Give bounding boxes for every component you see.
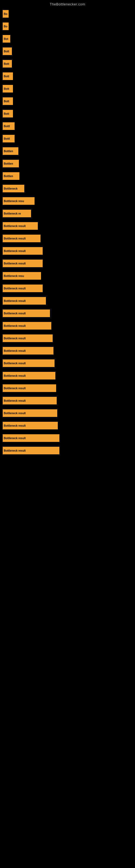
bottleneck-bar: Bottleneck result <box>3 409 57 417</box>
bottleneck-bar: Bott <box>3 110 13 118</box>
bottleneck-bar: Bottleneck resu <box>3 272 41 280</box>
bottleneck-bar: Bottleneck result <box>3 335 53 342</box>
bottleneck-bar: Bottleneck result <box>3 434 59 442</box>
bar-label: Bottleneck resu <box>4 199 24 203</box>
bottleneck-bar: Bottleneck <box>3 185 24 192</box>
bar-label: Bottleneck result <box>4 312 26 315</box>
bottleneck-bar: Bottleneck re <box>3 210 31 217</box>
bar-label: Bottleneck result <box>4 250 26 252</box>
bar-row: Bottleneck result <box>3 297 135 305</box>
bar-label: Bottleneck result <box>4 237 26 240</box>
bar-label: Bottleneck result <box>4 337 26 340</box>
bottleneck-bar: Bott <box>3 85 13 93</box>
bar-label: Bottleneck <box>4 187 17 190</box>
bar-row: Bottlen <box>3 172 135 180</box>
bar-row: Bott <box>3 85 135 93</box>
bar-row: Bottleneck result <box>3 447 135 454</box>
bottleneck-bar: Bottl <box>3 135 14 143</box>
bar-row: Bottleneck resu <box>3 272 135 280</box>
bar-row: Bott <box>3 97 135 105</box>
bar-label: Bottleneck result <box>4 225 26 227</box>
bottleneck-bar: Bottleneck result <box>3 235 41 242</box>
bar-label: Bottleneck result <box>4 449 26 452</box>
bar-row: Bottleneck result <box>3 247 135 255</box>
bar-row: Bottleneck result <box>3 422 135 429</box>
bottleneck-bar: Bottleneck result <box>3 397 57 404</box>
bar-label: Bottleneck result <box>4 349 26 352</box>
bottleneck-bar: Bottlen <box>3 160 19 167</box>
bar-row: Bottleneck result <box>3 409 135 417</box>
bottleneck-bar: Bottleneck result <box>3 372 55 379</box>
bar-label: Bott <box>4 87 9 90</box>
bar-label: Bottleneck result <box>4 262 26 265</box>
bar-label: Bott <box>4 62 9 65</box>
bar-row: Bottleneck result <box>3 222 135 230</box>
bar-label: Bo <box>4 12 7 16</box>
bar-label: Bott <box>4 100 9 103</box>
bottleneck-bar: Bo <box>3 10 9 18</box>
bar-label: Bottleneck result <box>4 374 26 377</box>
bottleneck-bar: Bottleneck result <box>3 360 54 367</box>
bar-label: Bottlen <box>4 175 13 178</box>
bar-row: Bottlen <box>3 160 135 167</box>
bottleneck-bar: Bottleneck result <box>3 310 50 317</box>
bar-row: Bottleneck result <box>3 335 135 342</box>
bar-row: Bottleneck re <box>3 210 135 217</box>
bar-label: Bottleneck result <box>4 387 26 390</box>
bottleneck-bar: Bottlen <box>3 172 19 180</box>
bar-row: Bottleneck result <box>3 259 135 267</box>
bottleneck-bar: Bott <box>3 60 12 67</box>
site-title: TheBottlenecker.com <box>0 0 135 7</box>
bottleneck-bar: Bottleneck result <box>3 259 43 267</box>
bottleneck-bar: Bottleneck result <box>3 247 43 255</box>
bar-label: Bott <box>4 50 9 53</box>
bottleneck-bar: Bottl <box>3 122 14 130</box>
bottleneck-bar: Bott <box>3 97 13 105</box>
bottleneck-bar: Bottleneck result <box>3 222 38 230</box>
bar-label: Bott <box>4 75 9 78</box>
bar-label: Bottleneck result <box>4 287 26 290</box>
bar-label: Bottl <box>4 137 10 140</box>
bar-label: Bott <box>4 112 9 115</box>
bar-row: Bo <box>3 10 135 18</box>
bar-label: Bottl <box>4 125 10 128</box>
bar-label: Bottleneck result <box>4 324 26 328</box>
bottleneck-bar: Bottleneck result <box>3 447 59 454</box>
bar-label: Bo <box>4 25 7 28</box>
bottleneck-bar: Bottleneck result <box>3 284 43 292</box>
bottleneck-bar: Bottleneck result <box>3 322 51 330</box>
bar-row: Bottl <box>3 122 135 130</box>
bottleneck-bar: Bot <box>3 35 10 42</box>
bar-row: Bottleneck result <box>3 434 135 442</box>
bar-row: Bottleneck resu <box>3 197 135 205</box>
bar-label: Bot <box>4 37 8 40</box>
bar-row: Bottleneck <box>3 185 135 192</box>
bar-row: Bottleneck result <box>3 235 135 242</box>
bar-row: Bottleneck result <box>3 360 135 367</box>
bottleneck-bar: Bottleneck result <box>3 297 46 305</box>
bar-row: Bottleneck result <box>3 310 135 317</box>
bottleneck-bar: Bottlen <box>3 147 18 155</box>
bar-label: Bottleneck result <box>4 424 26 427</box>
bar-row: Bott <box>3 72 135 80</box>
bar-row: Bott <box>3 60 135 67</box>
bar-row: Bo <box>3 23 135 30</box>
bar-label: Bottleneck result <box>4 412 26 415</box>
bottleneck-bar: Bottleneck resu <box>3 197 35 205</box>
bar-row: Bottl <box>3 135 135 143</box>
bars-container: BoBoBotBottBottBottBottBottBottBottlBott… <box>0 7 135 459</box>
bar-label: Bottleneck result <box>4 362 26 365</box>
bar-label: Bottleneck result <box>4 399 26 402</box>
bar-row: Bottleneck result <box>3 372 135 379</box>
bottleneck-bar: Bottleneck result <box>3 384 56 392</box>
bar-label: Bottleneck result <box>4 437 26 440</box>
bottleneck-bar: Bott <box>3 48 12 55</box>
bar-row: Bottleneck result <box>3 322 135 330</box>
bottleneck-bar: Bott <box>3 72 13 80</box>
bar-label: Bottleneck result <box>4 300 26 303</box>
bar-label: Bottlen <box>4 162 13 165</box>
bar-row: Bot <box>3 35 135 42</box>
bar-label: Bottlen <box>4 150 13 153</box>
bar-row: Bott <box>3 110 135 118</box>
bar-label: Bottleneck resu <box>4 275 24 278</box>
